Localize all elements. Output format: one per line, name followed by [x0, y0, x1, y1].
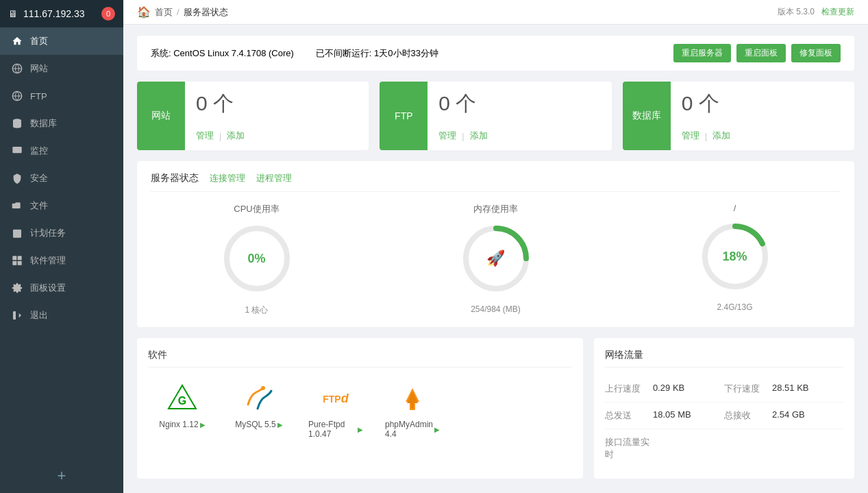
- svg-rect-7: [12, 261, 16, 265]
- software-icon: [11, 254, 23, 267]
- stat-card-body-2: 0 个 管理 | 添加: [671, 82, 854, 150]
- sidebar-item-database[interactable]: 数据库: [0, 110, 123, 137]
- software-section: 软件 G Nginx 1.12 ▶ MySQL 5.5 ▶ FTPd Pure-…: [137, 338, 583, 479]
- stat-card-actions-0: 管理 | 添加: [196, 130, 358, 142]
- topbar: 🏠 首页 / 服务器状态 版本 5.3.0 检查更新: [123, 0, 868, 25]
- repair-panel-button[interactable]: 修复面板: [791, 44, 841, 62]
- ftpd-icon: FTPd: [323, 392, 348, 407]
- sidebar-label-ftp: FTP: [30, 91, 47, 101]
- sidebar-label-security: 安全: [30, 172, 48, 184]
- sidebar-item-files[interactable]: 文件: [0, 192, 123, 219]
- software-arrow-1: ▶: [277, 421, 283, 429]
- gauge-wrapper-1: 🚀: [458, 221, 534, 296]
- version-info: 版本 5.3.0 检查更新: [778, 6, 854, 18]
- sidebar-header: 🖥 111.67.192.33 0: [0, 0, 123, 27]
- uptime-label: 已不间断运行: 1天0小时33分钟: [316, 47, 438, 60]
- gauge-wrapper-2: 18%: [697, 219, 773, 294]
- manage-link-2[interactable]: 管理: [682, 130, 699, 142]
- svg-rect-3: [12, 147, 21, 153]
- network-row-2: 接口流量实时: [605, 429, 843, 468]
- software-item-3[interactable]: phpMyAdmin 4.4 ▶: [378, 376, 447, 446]
- software-title: 软件: [148, 349, 572, 368]
- settings-icon: [11, 282, 23, 294]
- process-management-tab[interactable]: 进程管理: [256, 172, 292, 184]
- network-section: 网络流量 上行速度 0.29 KB 下行速度 28.51 KB 总发送 18.0…: [594, 338, 854, 479]
- software-item-1[interactable]: MySQL 5.5 ▶: [225, 376, 293, 446]
- gauge-wrapper-0: 0%: [219, 221, 295, 296]
- sidebar-label-database: 数据库: [30, 117, 57, 130]
- software-arrow-0: ▶: [200, 421, 206, 429]
- svg-point-9: [16, 287, 18, 289]
- sep-2: |: [705, 131, 707, 141]
- logout-icon: [11, 309, 23, 322]
- files-icon: [11, 200, 23, 212]
- net-label2-0: 下行速度: [724, 383, 772, 395]
- sidebar-item-cron[interactable]: 计划任务: [0, 219, 123, 247]
- check-update-link[interactable]: 检查更新: [821, 7, 854, 16]
- sidebar-item-home[interactable]: 首页: [0, 27, 123, 55]
- sidebar-item-ftp[interactable]: FTP: [0, 82, 123, 110]
- gauges-row: CPU使用率 0% 1 核心 内存使用率 🚀 254/984 (MB) /: [151, 203, 841, 316]
- manage-link-0[interactable]: 管理: [196, 130, 214, 142]
- software-item-0[interactable]: G Nginx 1.12 ▶: [148, 376, 216, 446]
- connection-management-tab[interactable]: 连接管理: [210, 172, 245, 184]
- gauge-item-2: / 18% 2.4G/13G: [697, 203, 773, 312]
- network-rows: 上行速度 0.29 KB 下行速度 28.51 KB 总发送 18.05 MB …: [605, 376, 843, 468]
- breadcrumb-current: 服务器状态: [184, 6, 228, 19]
- sidebar-item-monitor[interactable]: 监控: [0, 137, 123, 165]
- breadcrumb: 🏠 首页 / 服务器状态: [137, 5, 228, 19]
- software-arrow-3: ▶: [434, 426, 440, 433]
- gauge-title-2: /: [734, 203, 736, 213]
- sidebar-ip: 111.67.192.33: [23, 8, 85, 19]
- restart-server-button[interactable]: 重启服务器: [673, 44, 731, 62]
- website-icon: [11, 62, 23, 75]
- manage-link-1[interactable]: 管理: [438, 130, 456, 142]
- stat-card-body-0: 0 个 管理 | 添加: [185, 82, 369, 150]
- stats-row: 网站 0 个 管理 | 添加 FTP 0 个 管理 | 添加 数据库 0 个 管…: [137, 82, 854, 150]
- cron-icon: [11, 227, 23, 239]
- sidebar-label-cron: 计划任务: [30, 227, 66, 239]
- sidebar: 🖥 111.67.192.33 0 首页 网站 FTP 数据库 监控 安全 文件…: [0, 0, 123, 493]
- software-item-2[interactable]: FTPd Pure-Ftpd 1.0.47 ▶: [301, 376, 370, 446]
- restart-panel-button[interactable]: 重启面板: [736, 44, 786, 62]
- stat-card-actions-1: 管理 | 添加: [438, 130, 600, 142]
- sidebar-item-logout[interactable]: 退出: [0, 302, 123, 329]
- add-link-1[interactable]: 添加: [470, 130, 488, 142]
- add-link-2[interactable]: 添加: [712, 130, 730, 142]
- svg-rect-4: [13, 230, 21, 238]
- sidebar-label-settings: 面板设置: [30, 282, 66, 294]
- net-value2-0: 28.51 KB: [772, 383, 843, 395]
- sidebar-item-software[interactable]: 软件管理: [0, 247, 123, 274]
- gauge-item-0: CPU使用率 0% 1 核心: [219, 203, 295, 316]
- sidebar-item-settings[interactable]: 面板设置: [0, 274, 123, 302]
- stat-card-label-1: FTP: [380, 82, 427, 150]
- add-link-0[interactable]: 添加: [227, 130, 245, 142]
- breadcrumb-separator: /: [177, 7, 179, 17]
- server-status-title: 服务器状态: [151, 172, 199, 184]
- breadcrumb-home[interactable]: 首页: [155, 6, 173, 19]
- network-title: 网络流量: [605, 349, 843, 368]
- main-content: 🏠 首页 / 服务器状态 版本 5.3.0 检查更新 系统: CentOS Li…: [123, 0, 868, 493]
- net-value2-1: 2.54 GB: [772, 409, 843, 422]
- sysinfo-bar: 系统: CentOS Linux 7.4.1708 (Core) 已不间断运行:…: [137, 36, 854, 71]
- gauge-sub-1: 254/984 (MB): [471, 304, 521, 314]
- sidebar-item-security[interactable]: 安全: [0, 165, 123, 192]
- software-name-3: phpMyAdmin 4.4 ▶: [385, 420, 440, 439]
- software-icon-0: G: [166, 383, 199, 416]
- svg-point-18: [261, 386, 265, 390]
- gauge-sub-2: 2.4G/13G: [717, 302, 752, 312]
- sidebar-label-logout: 退出: [30, 309, 48, 322]
- software-arrow-2: ▶: [358, 426, 363, 433]
- svg-marker-20: [407, 391, 418, 409]
- svg-rect-6: [18, 256, 22, 260]
- system-info-label: 系统: CentOS Linux 7.4.1708 (Core): [151, 47, 294, 60]
- monitor-icon: 🖥: [8, 8, 18, 19]
- sep-0: |: [219, 131, 221, 141]
- sidebar-item-website[interactable]: 网站: [0, 55, 123, 82]
- add-button[interactable]: +: [0, 459, 123, 493]
- stat-card-网站: 网站 0 个 管理 | 添加: [137, 82, 369, 150]
- nginx-icon: G: [166, 383, 199, 416]
- software-icon-1: [243, 383, 275, 416]
- content-area: 系统: CentOS Linux 7.4.1708 (Core) 已不间断运行:…: [123, 25, 868, 493]
- database-icon: [11, 117, 23, 130]
